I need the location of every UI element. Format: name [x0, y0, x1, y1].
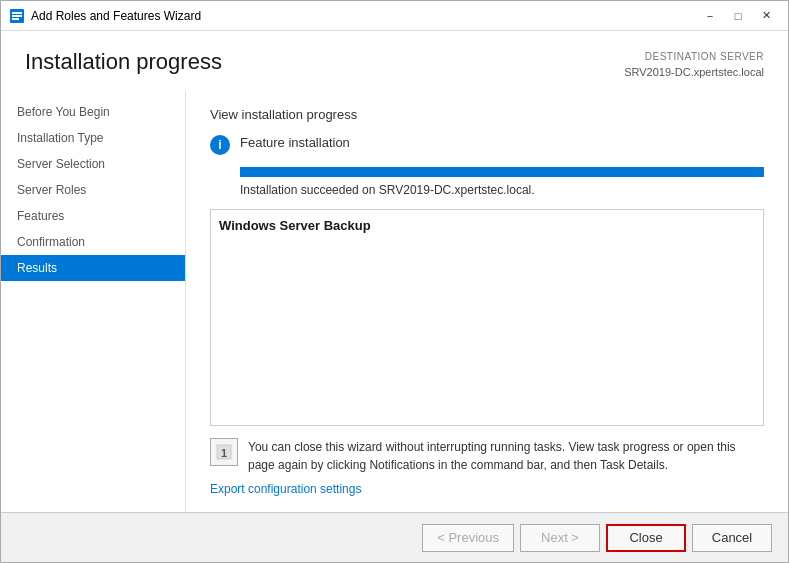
body-area: Before You Begin Installation Type Serve…: [1, 91, 788, 513]
next-button[interactable]: Next >: [520, 524, 600, 552]
destination-server-info: DESTINATION SERVER SRV2019-DC.xpertstec.…: [624, 49, 764, 81]
window-icon: [9, 8, 25, 24]
results-box: Windows Server Backup: [210, 209, 764, 427]
sidebar-item-before-you-begin: Before You Begin: [1, 99, 185, 125]
progress-bar-container: [240, 167, 764, 177]
close-button[interactable]: Close: [606, 524, 686, 552]
maximize-button[interactable]: □: [724, 2, 752, 30]
wizard-window: Add Roles and Features Wizard − □ ✕ Inst…: [0, 0, 789, 563]
window-controls: − □ ✕: [696, 2, 780, 30]
sidebar-item-confirmation: Confirmation: [1, 229, 185, 255]
sidebar-item-installation-type: Installation Type: [1, 125, 185, 151]
sidebar-item-server-selection: Server Selection: [1, 151, 185, 177]
svg-rect-1: [12, 12, 22, 14]
info-icon: i: [210, 135, 230, 155]
section-title: View installation progress: [210, 107, 764, 122]
sidebar-item-features: Features: [1, 203, 185, 229]
svg-rect-3: [12, 18, 19, 20]
main-content: View installation progress i Feature ins…: [186, 91, 788, 513]
close-window-button[interactable]: ✕: [752, 2, 780, 30]
notification-icon: 1: [210, 438, 238, 466]
export-configuration-link[interactable]: Export configuration settings: [210, 482, 764, 496]
sidebar-item-results: Results: [1, 255, 185, 281]
notification-area: 1 You can close this wizard without inte…: [210, 438, 764, 474]
footer: < Previous Next > Close Cancel: [1, 512, 788, 562]
page-title: Installation progress: [25, 49, 222, 75]
results-box-title: Windows Server Backup: [219, 218, 755, 233]
svg-text:1: 1: [221, 447, 227, 459]
feature-installation-box: i Feature installation: [210, 134, 764, 155]
main-wrapper: Installation progress DESTINATION SERVER…: [1, 31, 788, 512]
success-text: Installation succeeded on SRV2019-DC.xpe…: [240, 183, 764, 197]
previous-button[interactable]: < Previous: [422, 524, 514, 552]
destination-label: DESTINATION SERVER: [624, 49, 764, 64]
title-bar: Add Roles and Features Wizard − □ ✕: [1, 1, 788, 31]
minimize-button[interactable]: −: [696, 2, 724, 30]
sidebar: Before You Begin Installation Type Serve…: [1, 91, 186, 513]
notification-text: You can close this wizard without interr…: [248, 438, 764, 474]
cancel-button[interactable]: Cancel: [692, 524, 772, 552]
sidebar-item-server-roles: Server Roles: [1, 177, 185, 203]
feature-installation-label: Feature installation: [240, 134, 350, 150]
window-title: Add Roles and Features Wizard: [31, 9, 696, 23]
svg-rect-2: [12, 15, 22, 17]
progress-bar-fill: [240, 167, 764, 177]
page-header: Installation progress DESTINATION SERVER…: [1, 31, 788, 91]
destination-server-name: SRV2019-DC.xpertstec.local: [624, 64, 764, 81]
